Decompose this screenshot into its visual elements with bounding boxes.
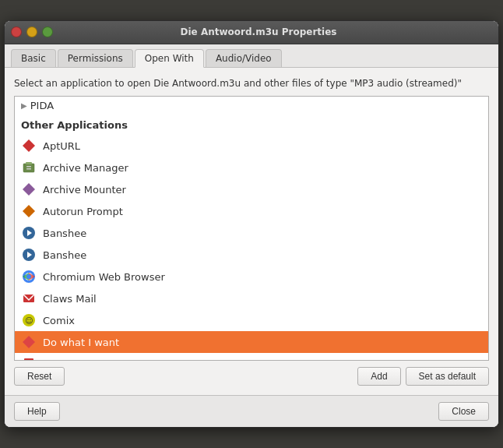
- svg-rect-4: [26, 168, 31, 170]
- reset-button[interactable]: Reset: [14, 367, 65, 386]
- tab-basic[interactable]: Basic: [11, 49, 56, 67]
- list-item-comix[interactable]: ☺ Comix: [15, 309, 488, 331]
- list-item-chromium[interactable]: Chromium Web Browser: [15, 266, 488, 287]
- close-button[interactable]: Close: [438, 402, 489, 421]
- svg-rect-18: [24, 358, 33, 361]
- do-what-icon: [21, 334, 37, 350]
- titlebar: Die Antwoord.m3u Properties: [5, 21, 498, 44]
- banshee1-icon: [21, 225, 37, 241]
- svg-rect-3: [26, 166, 31, 168]
- list-item-archive-manager[interactable]: Archive Manager: [15, 157, 488, 178]
- close-window-button[interactable]: [11, 26, 22, 37]
- claws-mail-icon: [21, 291, 37, 306]
- archive-mounter-icon: [21, 182, 37, 197]
- chromium-icon: [21, 269, 37, 284]
- list-item-autorun-prompt[interactable]: Autorun Prompt: [15, 200, 488, 222]
- svg-marker-5: [23, 183, 35, 196]
- comix-icon: ☺: [21, 312, 37, 328]
- apturl-icon: [21, 138, 37, 153]
- svg-marker-0: [23, 139, 35, 152]
- svg-rect-2: [26, 162, 32, 164]
- properties-window: Die Antwoord.m3u Properties Basic Permis…: [4, 20, 499, 429]
- list-item-claws-mail[interactable]: Claws Mail: [15, 287, 488, 309]
- applications-list[interactable]: ▶ PIDA Other Applications AptURL: [14, 96, 489, 361]
- list-item-banshee1[interactable]: Banshee: [15, 222, 488, 244]
- other-applications-header: Other Applications: [15, 115, 488, 135]
- list-item-document-viewer[interactable]: Document Viewer: [15, 353, 488, 361]
- help-button[interactable]: Help: [14, 402, 60, 421]
- pida-label: PIDA: [30, 100, 54, 111]
- action-right-buttons: Add Set as default: [357, 367, 489, 386]
- svg-rect-1: [23, 164, 34, 172]
- add-button[interactable]: Add: [357, 367, 400, 386]
- list-item-do-what[interactable]: Do what I want: [15, 331, 488, 353]
- action-row: Reset Add Set as default: [14, 361, 489, 386]
- set-default-button[interactable]: Set as default: [406, 367, 489, 386]
- list-item-apturl[interactable]: AptURL: [15, 135, 488, 157]
- svg-text:☺: ☺: [25, 316, 33, 325]
- window-title: Die Antwoord.m3u Properties: [58, 26, 459, 37]
- tab-permissions[interactable]: Permissions: [58, 49, 133, 67]
- autorun-icon: [21, 203, 37, 219]
- archive-manager-icon: [21, 160, 37, 175]
- main-content: Select an application to open Die Antwoo…: [5, 68, 498, 396]
- list-item-banshee2[interactable]: Banshee: [15, 244, 488, 266]
- banshee2-icon: [21, 247, 37, 263]
- bottom-bar: Help Close: [5, 395, 498, 427]
- list-item-archive-mounter[interactable]: Archive Mounter: [15, 178, 488, 200]
- tab-open-with[interactable]: Open With: [135, 49, 204, 68]
- svg-marker-6: [23, 205, 35, 217]
- minimize-window-button[interactable]: [26, 26, 37, 37]
- list-item-pida[interactable]: ▶ PIDA: [15, 97, 488, 115]
- maximize-window-button[interactable]: [42, 26, 53, 37]
- document-viewer-icon: [21, 356, 37, 361]
- description-text: Select an application to open Die Antwoo…: [14, 77, 489, 90]
- svg-marker-17: [23, 336, 35, 348]
- svg-point-13: [26, 274, 31, 279]
- tab-audio-video[interactable]: Audio/Video: [206, 49, 282, 67]
- expand-arrow-icon: ▶: [21, 101, 27, 110]
- tab-bar: Basic Permissions Open With Audio/Video: [5, 44, 498, 68]
